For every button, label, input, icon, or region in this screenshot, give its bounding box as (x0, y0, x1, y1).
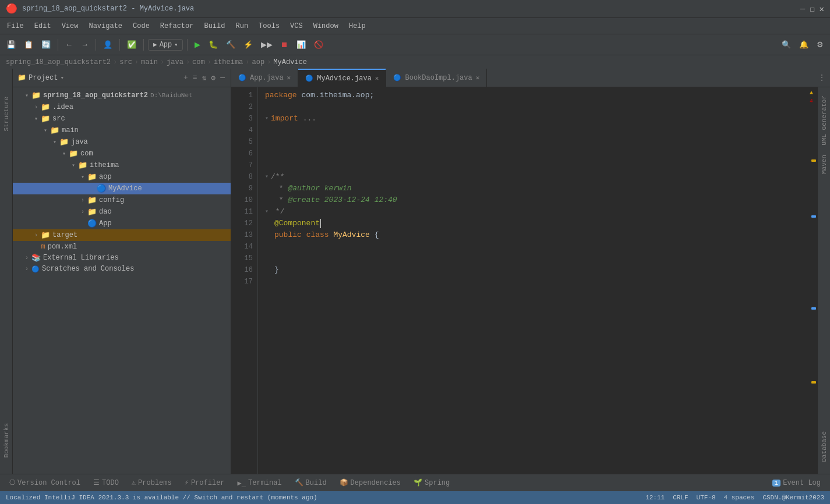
tree-item-java[interactable]: ▾ 📁 java (13, 136, 231, 148)
tree-arrow-java[interactable]: ▾ (50, 139, 59, 145)
check-button[interactable]: ✅ (124, 38, 139, 51)
tree-item-ext-libs[interactable]: › 📚 External Libraries (13, 252, 231, 264)
event-log-tab[interactable]: 1 Event Log (767, 478, 827, 488)
menu-build[interactable]: Build (199, 21, 229, 31)
tree-arrow-main[interactable]: ▾ (41, 127, 50, 134)
tree-item-idea[interactable]: › 📁 .idea (13, 101, 231, 113)
breadcrumb-src[interactable]: src (119, 58, 132, 66)
status-time[interactable]: 12:11 (645, 494, 665, 501)
profile-run-button[interactable]: ▶▶ (258, 38, 276, 51)
menu-tools[interactable]: Tools (254, 21, 284, 31)
todo-tab[interactable]: ☰ TODO (87, 477, 125, 488)
profiler-tab[interactable]: ⚡ Profiler (179, 477, 231, 488)
tab-app-java-close[interactable]: ✕ (287, 74, 291, 81)
menu-code[interactable]: Code (128, 21, 154, 31)
copy-button[interactable]: 📋 (21, 38, 36, 51)
tree-item-config[interactable]: › 📁 config (13, 194, 231, 206)
tree-item-com[interactable]: ▾ 📁 com (13, 148, 231, 159)
menu-navigate[interactable]: Navigate (84, 21, 127, 31)
version-control-tab[interactable]: ⎔ Version Control (3, 477, 86, 488)
fold-icon-8[interactable]: ▾ (265, 171, 269, 183)
settings-button[interactable]: ⚙ (814, 38, 827, 51)
minimize-sidebar-icon[interactable]: — (219, 72, 226, 84)
tree-arrow-idea[interactable]: › (31, 104, 41, 111)
tree-arrow-com[interactable]: ▾ (59, 150, 69, 157)
sort-icon[interactable]: ⇅ (201, 72, 208, 84)
coverage-show-button[interactable]: 📊 (294, 38, 309, 51)
tab-myadvice-java[interactable]: 🔵 MyAdvice.java ✕ (298, 69, 386, 87)
breadcrumb-com[interactable]: com (192, 58, 205, 66)
status-line-ending[interactable]: CRLF (673, 494, 688, 501)
tree-item-scratches[interactable]: › 🔵 Scratches and Consoles (13, 264, 231, 274)
breadcrumb-java[interactable]: java (167, 58, 183, 66)
breadcrumb-myadvice[interactable]: MyAdvice (273, 58, 307, 66)
cancel-button[interactable]: 🚫 (311, 38, 326, 51)
tree-item-aop[interactable]: ▾ 📁 aop (13, 171, 231, 183)
collapse-all-icon[interactable]: ≡ (192, 72, 199, 84)
tree-item-myadvice[interactable]: › 🔵 MyAdvice (13, 183, 231, 194)
tree-item-src[interactable]: ▾ 📁 src (13, 113, 231, 125)
breadcrumb-main[interactable]: main (141, 58, 158, 66)
coverage-button[interactable]: ⚡ (241, 38, 256, 51)
minimize-button[interactable]: — (800, 4, 805, 14)
dependencies-tab[interactable]: 📦 Dependencies (334, 477, 407, 488)
code-editor[interactable]: 1 2 3 4 5 6 7 8 9 10 11 12 13 14 15 16 1 (231, 87, 817, 474)
breadcrumb-aop[interactable]: aop (252, 58, 265, 66)
notifications-button[interactable]: 🔔 (796, 38, 811, 51)
profile-button[interactable]: 👤 (100, 38, 115, 51)
title-bar-controls[interactable]: — ☐ ✕ (800, 4, 824, 14)
fold-icon-11[interactable]: ▾ (265, 206, 269, 218)
tree-arrow-scratches[interactable]: › (22, 266, 31, 272)
forward-button[interactable]: → (78, 38, 91, 51)
tabs-more-button[interactable]: ⋮ (814, 73, 830, 82)
run-config-selector[interactable]: ▶ App ▾ (148, 39, 183, 51)
tree-arrow-dao[interactable]: › (78, 209, 87, 215)
run-button[interactable]: ▶ (192, 38, 203, 51)
menu-view[interactable]: View (57, 21, 83, 31)
terminal-tab[interactable]: ▶_ Terminal (232, 478, 288, 488)
menu-run[interactable]: Run (231, 21, 253, 31)
menu-refactor[interactable]: Refactor (156, 21, 199, 31)
tree-item-itheima[interactable]: ▾ 📁 itheima (13, 159, 231, 171)
project-dropdown-icon[interactable]: ▾ (60, 74, 64, 81)
tree-item-root[interactable]: ▾ 📁 spring_18_aop_quickstart2 D:\BaiduNe… (13, 90, 231, 101)
tree-arrow-config[interactable]: › (78, 197, 87, 204)
debug-button[interactable]: 🐛 (206, 38, 221, 51)
tree-arrow-target[interactable]: › (31, 232, 41, 239)
status-encoding[interactable]: UTF-8 (697, 494, 716, 501)
save-button[interactable]: 💾 (3, 38, 19, 51)
tab-myadvice-java-close[interactable]: ✕ (375, 74, 379, 82)
database-tab[interactable]: Database (819, 428, 829, 466)
spring-tab[interactable]: 🌱 Spring (408, 477, 455, 488)
tree-arrow-root[interactable]: ▾ (22, 92, 31, 99)
fold-icon-3[interactable]: ▾ (265, 113, 269, 125)
structure-tab[interactable]: Structure (1, 92, 12, 136)
menu-file[interactable]: File (2, 21, 29, 31)
tree-item-dao[interactable]: › 📁 dao (13, 206, 231, 218)
stop-button[interactable]: ⏹ (278, 38, 291, 51)
menu-window[interactable]: Window (309, 21, 343, 31)
refresh-button[interactable]: 🔄 (38, 38, 54, 51)
settings-icon[interactable]: ⚙ (210, 72, 217, 84)
breadcrumb-itheima[interactable]: itheima (214, 58, 243, 66)
build-tab[interactable]: 🔨 Build (289, 477, 333, 488)
add-file-icon[interactable]: + (182, 72, 189, 84)
menu-vcs[interactable]: VCS (285, 21, 308, 31)
tab-bookdaoimpl-java[interactable]: 🔵 BookDaoImpl.java ✕ (386, 69, 487, 87)
tree-arrow-src[interactable]: ▾ (31, 115, 41, 122)
status-spaces[interactable]: 4 spaces (724, 494, 755, 501)
uml-generator-tab[interactable]: UML Generator (819, 92, 829, 149)
back-button[interactable]: ← (62, 38, 76, 51)
close-button[interactable]: ✕ (820, 4, 824, 14)
build-button[interactable]: 🔨 (223, 38, 238, 51)
menu-help[interactable]: Help (344, 21, 370, 31)
tree-item-target[interactable]: › 📁 target (13, 229, 231, 241)
tree-item-app[interactable]: › 🔵 App (13, 218, 231, 229)
bookmarks-tab[interactable]: Bookmarks (1, 418, 12, 462)
tree-arrow-itheima[interactable]: ▾ (69, 162, 78, 169)
tree-arrow-ext-libs[interactable]: › (22, 255, 31, 261)
maven-tab[interactable]: Maven (819, 151, 829, 178)
tree-item-pom[interactable]: › m pom.xml (13, 241, 231, 252)
menu-edit[interactable]: Edit (30, 21, 56, 31)
tree-arrow-aop[interactable]: ▾ (78, 173, 87, 180)
